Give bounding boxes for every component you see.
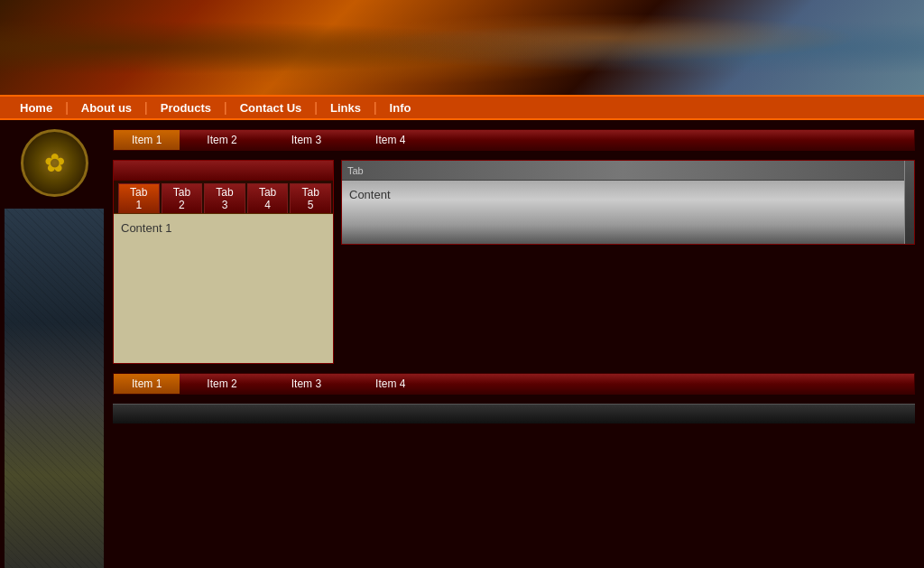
tab-3-button[interactable]: Tab 3	[204, 183, 245, 213]
second-panel-tab-label: Tab	[342, 161, 905, 181]
tab-widget: Tab 1 Tab 2 Tab 3 Tab 4 Tab 5 Content 1	[113, 160, 334, 364]
bottom-menubar: Item 1 Item 2 Item 3 Item 4	[113, 373, 915, 395]
header-image	[0, 0, 924, 95]
content-area: Item 1 Item 2 Item 3 Item 4 Tab 1 Tab 2 …	[108, 120, 924, 568]
nav-products[interactable]: Products	[148, 101, 224, 115]
tab-content: Content 1	[114, 214, 333, 363]
tab-4-button[interactable]: Tab 4	[247, 183, 289, 213]
menubar-item-4[interactable]: Item 4	[348, 134, 432, 146]
second-panel: Tab Content	[341, 160, 915, 245]
main-layout: ✿ Item 1 Item 2 Item 3 Item 4 Tab 1 Tab …	[0, 120, 924, 568]
tab-5-button[interactable]: Tab 5	[290, 183, 331, 213]
tab-2-button[interactable]: Tab 2	[162, 183, 203, 213]
sidebar-decorative-image	[5, 209, 104, 568]
tab-1-button[interactable]: Tab 1	[118, 183, 160, 213]
logo-symbol: ✿	[44, 148, 65, 178]
top-menubar: Item 1 Item 2 Item 3 Item 4	[113, 129, 915, 151]
bottom-menubar-item-3[interactable]: Item 3	[264, 377, 348, 390]
sidebar: ✿	[0, 120, 108, 568]
menubar-item-1[interactable]: Item 1	[114, 130, 180, 150]
second-panel-content: Content	[342, 181, 905, 244]
nav-contact[interactable]: Contact Us	[227, 101, 315, 115]
menubar-item-2[interactable]: Item 2	[180, 134, 263, 146]
nav-home[interactable]: Home	[7, 101, 65, 115]
logo: ✿	[21, 129, 88, 197]
tab-widget-header	[114, 161, 333, 181]
menubar-item-3[interactable]: Item 3	[264, 134, 348, 146]
bottom-menubar-item-2[interactable]: Item 2	[180, 377, 263, 390]
navbar: Home | About us | Products | Contact Us …	[0, 95, 924, 120]
panels-row: Tab 1 Tab 2 Tab 3 Tab 4 Tab 5 Content 1 …	[113, 160, 915, 364]
nav-links[interactable]: Links	[318, 101, 374, 115]
tab-buttons-row: Tab 1 Tab 2 Tab 3 Tab 4 Tab 5	[114, 181, 333, 214]
bottom-menubar-item-1[interactable]: Item 1	[114, 374, 180, 394]
nav-about[interactable]: About us	[69, 101, 144, 115]
decorative-bar	[113, 404, 915, 424]
nav-info[interactable]: Info	[377, 101, 424, 115]
bottom-menubar-item-4[interactable]: Item 4	[348, 377, 432, 390]
